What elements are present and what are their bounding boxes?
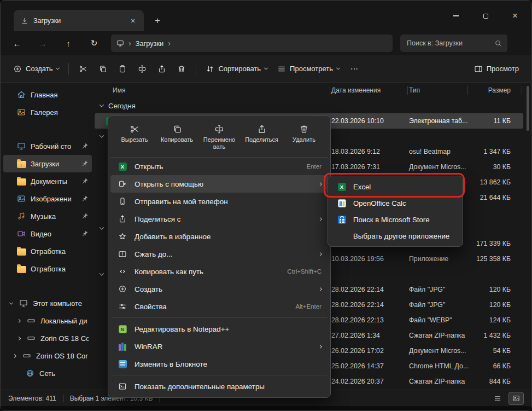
navigation-bar: Загрузки Поиск в: Загрузки [1,31,531,55]
menu-item-compress-to[interactable]: Сжать до... [110,245,328,263]
chevron-down-icon [100,271,104,275]
pin-icon [81,230,89,238]
column-header-date[interactable]: Дата изменения [331,83,409,98]
quick-delete-button[interactable]: Удалить [283,120,325,155]
maximize-icon [483,14,488,19]
view-list-icon [277,65,286,73]
close-button[interactable] [503,8,527,24]
more-options-button[interactable] [344,59,364,79]
paste-button[interactable] [113,59,132,79]
column-header-type[interactable]: Тип [409,83,469,98]
chevron-right-icon[interactable] [15,320,22,322]
open-with-icon [117,180,128,188]
excel-icon [117,163,128,171]
rename-button[interactable] [132,59,152,79]
new-tab-button[interactable] [150,14,165,27]
quick-cut-button[interactable]: Вырезать [114,120,155,155]
delete-button[interactable] [172,59,191,79]
minimize-button[interactable] [444,8,468,24]
thumbnails-icon [512,395,520,402]
sidebar-item-gallery[interactable]: Галерея [3,103,92,121]
quick-copy-button[interactable]: Копировать [156,120,198,155]
column-headers: Имя Дата изменения Тип Размер [95,83,523,98]
refresh-button[interactable] [85,34,103,52]
view-button[interactable]: Просмотреть [272,59,344,79]
sidebar-item-documents[interactable]: Документы [3,172,92,190]
menu-item-properties[interactable]: Свойства Alt+Enter [110,298,328,315]
chevron-right-icon [318,252,322,256]
chevron-right-icon[interactable] [15,337,22,340]
thumbnails-view-button[interactable] [508,392,524,405]
submenu-item-choose-another-app[interactable]: Выбрать другое приложение [330,228,460,244]
quick-share-button[interactable]: Поделиться [241,120,283,155]
cut-icon [79,65,87,73]
documents-folder-icon [16,177,26,186]
navigation-pane: Главная Галерея Рабочий сто Загрузки Док… [1,83,95,390]
menu-item-edit-notepad-plus[interactable]: Редактировать в Notepad++ [110,320,328,338]
details-view-button[interactable] [490,392,505,405]
back-button[interactable] [8,34,26,52]
menu-item-copy-as-path[interactable]: Копировать как путь Ctrl+Shift+C [110,263,328,280]
menu-item-new[interactable]: Создать [110,280,328,298]
column-header-size[interactable]: Размер [469,83,523,98]
submenu-item-microsoft-store[interactable]: Поиск в Microsoft Store [330,211,460,228]
preview-toggle-button[interactable]: Просмотр [469,59,524,79]
chevron-right-icon[interactable] [11,355,17,357]
breadcrumb-separator-icon [168,39,171,48]
maximize-button[interactable] [473,8,498,24]
window-controls [444,8,527,24]
phone-icon [117,197,128,206]
submenu-item-openoffice-calc[interactable]: OpenOffice Calc [330,195,460,211]
sidebar-item-this-pc[interactable]: Этот компьюте [3,294,92,312]
scrollbar[interactable] [526,85,530,387]
sidebar-item-zorin-disk[interactable]: Zorin OS 18 Co [3,329,92,347]
sidebar-item-network[interactable]: Сеть [3,364,92,382]
properties-icon [117,302,128,311]
column-header-name[interactable]: Имя [95,83,331,98]
sidebar-item-pictures[interactable]: Изображени [3,190,92,207]
new-button[interactable]: Создать [8,59,64,79]
sort-button[interactable]: Сортировать [201,59,272,79]
menu-item-show-more-options[interactable]: Показать дополнительные параметры [110,378,328,395]
sidebar-item-downloads[interactable]: Загрузки [3,155,92,172]
copy-button[interactable] [93,59,113,79]
menu-item-open[interactable]: Открыть Enter [110,158,328,175]
submenu-item-excel[interactable]: Excel [330,178,460,195]
sidebar-item-local-disk[interactable]: Локальный ди [3,312,92,329]
store-icon [336,216,347,224]
share-icon [157,65,166,73]
sidebar-item-home[interactable]: Главная [3,86,92,103]
group-header-today[interactable]: Сегодня [95,98,531,113]
sidebar-item-zorin-disk[interactable]: Zorin OS 18 Cor [3,347,92,364]
downloads-folder-icon [16,159,26,168]
sidebar-item-folder[interactable]: Отработка [3,242,92,260]
file-explorer-window: Загрузки Загрузки Поиск в: Загрузки [0,0,532,411]
star-icon [117,232,128,241]
menu-item-share-with[interactable]: Поделиться с [110,210,328,228]
tab-close-button[interactable] [126,15,139,27]
share-button[interactable] [152,59,172,79]
menu-item-add-to-favorites[interactable]: Добавить в избранное [110,228,328,245]
explorer-tab[interactable]: Загрузки [14,10,144,31]
up-button[interactable] [59,34,78,52]
chevron-down-icon [336,66,340,70]
menu-item-send-to-phone[interactable]: Отправить на мой телефон [110,193,328,210]
breadcrumb[interactable]: Загрузки [111,34,393,52]
sidebar-item-music[interactable]: Музыка [3,207,92,225]
sidebar-item-videos[interactable]: Видео [3,225,92,242]
breadcrumb-item[interactable]: Загрузки [136,39,164,48]
scrollbar-thumb[interactable] [527,86,529,131]
sidebar-item-desktop[interactable]: Рабочий сто [3,137,92,155]
forward-button[interactable] [33,34,52,52]
title-bar: Загрузки [1,1,531,31]
disk-icon [26,334,36,343]
menu-item-open-with[interactable]: Открыть с помощью [110,175,328,193]
sidebar-item-folder[interactable]: Отработка [3,260,92,277]
cut-button[interactable] [73,59,93,79]
menu-item-edit-notepad[interactable]: Изменить в Блокноте [110,355,328,373]
menu-item-winrar[interactable]: WinRAR [110,338,328,355]
quick-rename-button[interactable]: Переименовать [198,120,240,155]
search-input[interactable]: Поиск в: Загрузки [400,34,507,52]
view-button-label: Просмотреть [290,65,333,73]
chevron-down-icon[interactable] [8,302,14,305]
